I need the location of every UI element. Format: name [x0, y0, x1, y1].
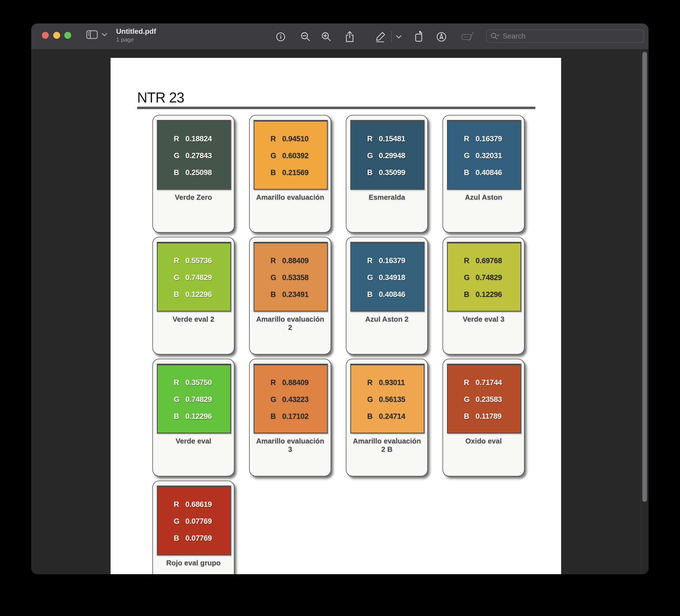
rgb-row-red: R0.88409 — [271, 257, 327, 266]
swatch-name: Oxido eval — [447, 437, 520, 445]
channel-label: B — [271, 290, 282, 299]
close-button[interactable] — [42, 32, 49, 39]
channel-value: 0.60392 — [282, 151, 309, 160]
channel-value: 0.32031 — [476, 151, 502, 160]
zoom-button[interactable] — [64, 32, 71, 39]
color-swatch: R0.69768 G0.74829 B0.12296 — [447, 242, 521, 312]
channel-value: 0.24714 — [379, 412, 405, 421]
channel-value: 0.88409 — [282, 257, 309, 265]
channel-value: 0.71744 — [476, 378, 502, 387]
color-card: R0.15481 G0.29948 B0.35099 Esmeralda — [346, 115, 428, 233]
color-card: R0.18824 G0.27843 B0.25098 Verde Zero — [152, 115, 234, 233]
scrollbar-thumb[interactable] — [642, 52, 647, 502]
channel-label: G — [271, 395, 282, 404]
channel-label: B — [367, 290, 379, 299]
channel-label: G — [464, 395, 476, 404]
channel-label: R — [367, 378, 379, 387]
channel-label: R — [174, 257, 186, 265]
zoom-out-button[interactable] — [298, 24, 313, 50]
channel-value: 0.16379 — [476, 135, 502, 143]
color-card: R0.71744 G0.23583 B0.11789 Oxido eval — [443, 359, 525, 476]
channel-value: 0.16379 — [379, 257, 405, 265]
rgb-row-green: G0.43223 — [271, 395, 327, 404]
pdf-page: NTR 23 R0.18824 G0.27843 B0.25098 Verde … — [111, 58, 561, 574]
channel-label: G — [271, 273, 282, 282]
search-field[interactable] — [486, 29, 644, 43]
markup-chevron-down-icon[interactable] — [391, 24, 406, 50]
search-icon — [490, 32, 500, 40]
rgb-row-red: R0.15481 — [367, 135, 424, 144]
channel-value: 0.34918 — [379, 273, 405, 282]
color-swatch: R0.88409 G0.53358 B0.23491 — [254, 242, 328, 312]
color-card: R0.88409 G0.53358 B0.23491 Amarillo eval… — [249, 237, 331, 355]
channel-label: B — [271, 168, 282, 177]
swatch-name: Azul Aston 2 — [350, 315, 423, 324]
channel-value: 0.23583 — [476, 395, 502, 404]
channel-label: R — [271, 257, 282, 265]
color-swatch: R0.18824 G0.27843 B0.25098 — [157, 120, 231, 190]
color-swatch: R0.93011 G0.56135 B0.24714 — [350, 364, 425, 434]
info-button[interactable] — [273, 24, 288, 50]
document-title: Untitled.pdf — [116, 27, 156, 36]
channel-value: 0.15481 — [379, 135, 405, 143]
channel-value: 0.23491 — [282, 290, 309, 299]
channel-label: G — [464, 151, 476, 160]
rgb-row-red: R0.16379 — [367, 257, 424, 266]
channel-label: G — [464, 273, 476, 282]
channel-label: B — [174, 290, 186, 299]
minimize-button[interactable] — [53, 32, 60, 39]
rotate-left-icon[interactable] — [412, 24, 427, 50]
rgb-row-blue: B0.35099 — [367, 168, 424, 178]
channel-label: R — [464, 135, 476, 143]
channel-label: R — [367, 257, 379, 265]
rgb-row-blue: B0.25098 — [174, 168, 230, 178]
color-swatch: R0.55736 G0.74829 B0.12296 — [157, 242, 231, 312]
channel-value: 0.74829 — [476, 273, 502, 282]
channel-value: 0.74829 — [186, 273, 212, 282]
channel-label: B — [464, 412, 476, 421]
color-card: R0.35750 G0.74829 B0.12296 Verde eval — [152, 359, 234, 476]
channel-label: R — [174, 378, 186, 387]
color-swatch: R0.71744 G0.23583 B0.11789 — [447, 364, 521, 434]
preview-window: Untitled.pdf 1 page — [31, 24, 648, 574]
channel-label: B — [464, 290, 476, 299]
color-swatch: R0.15481 G0.29948 B0.35099 — [350, 120, 425, 190]
color-swatch: R0.16379 G0.34918 B0.40846 — [350, 242, 425, 312]
share-icon[interactable] — [342, 24, 358, 50]
channel-label: G — [174, 151, 186, 160]
channel-label: G — [271, 151, 282, 160]
page-title: NTR 23 — [137, 89, 184, 106]
rgb-row-green: G0.27843 — [174, 151, 230, 160]
form-fill-icon — [460, 24, 475, 50]
rgb-row-blue: B0.07769 — [174, 534, 230, 543]
markup-pencil-icon[interactable] — [373, 24, 388, 50]
swatch-name: Amarillo evaluación 3 — [254, 437, 327, 454]
sidebar-chevron-down-icon[interactable] — [102, 33, 108, 36]
swatch-name: Amarillo evaluación 2 — [254, 315, 327, 332]
annotate-icon[interactable] — [434, 24, 449, 50]
rgb-row-green: G0.74829 — [174, 273, 230, 283]
channel-value: 0.18824 — [186, 135, 212, 143]
channel-value: 0.12296 — [476, 290, 502, 299]
channel-label: B — [367, 168, 379, 177]
channel-label: R — [271, 378, 282, 387]
title-bar[interactable]: Untitled.pdf 1 page — [31, 24, 648, 50]
color-swatch: R0.16379 G0.32031 B0.40846 — [447, 120, 521, 190]
search-input[interactable] — [502, 32, 640, 41]
zoom-in-button[interactable] — [319, 24, 334, 50]
color-swatch: R0.94510 G0.60392 B0.21569 — [254, 120, 328, 190]
swatch-name: Esmeralda — [350, 193, 423, 202]
color-swatch: R0.68619 G0.07769 B0.07769 — [157, 486, 231, 555]
channel-label: R — [464, 257, 476, 265]
channel-label: R — [174, 135, 186, 143]
channel-label: R — [464, 378, 476, 387]
channel-value: 0.07769 — [186, 517, 212, 526]
rgb-row-blue: B0.40846 — [464, 168, 520, 178]
sidebar-icon[interactable] — [86, 30, 98, 39]
channel-label: R — [174, 500, 186, 509]
channel-value: 0.69768 — [476, 257, 502, 265]
channel-label: B — [174, 534, 186, 542]
rgb-row-red: R0.93011 — [367, 378, 424, 387]
channel-label: G — [174, 517, 186, 526]
channel-label: B — [174, 412, 186, 421]
